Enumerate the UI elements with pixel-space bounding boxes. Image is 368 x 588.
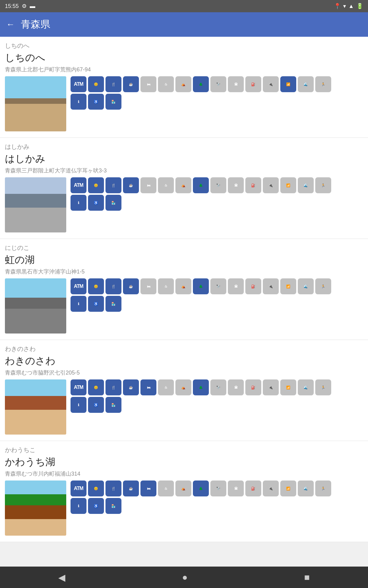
- icon-🏪: 🏪: [105, 296, 121, 312]
- icon-⛽: ⛽: [245, 481, 261, 496]
- icon-🔌: 🔌: [263, 481, 279, 496]
- list-item-wakinosawa[interactable]: わきのさわ わきのさわ 青森県むつ市脇野沢七引205-5 ATM😊🍴☕🛏♨⛺🌲🔭…: [0, 340, 368, 441]
- icon-🌲: 🌲: [193, 481, 209, 496]
- item-image: [5, 177, 66, 232]
- icon-🌲: 🌲: [193, 379, 209, 395]
- status-left: 15:55 ⚙ ▬: [5, 3, 35, 9]
- icon-🏛: 🏛: [228, 177, 244, 193]
- wifi-icon: ▾: [343, 3, 346, 9]
- icon-♿: ♿: [88, 94, 104, 110]
- icon-🔌: 🔌: [263, 278, 279, 294]
- back-button[interactable]: ←: [6, 20, 15, 29]
- icon-🏪: 🏪: [105, 195, 121, 211]
- item-content: ATM😊🍴☕🛏♨⛺🌲🔭🏛⛽🔌📶🌊🏃 ℹ♿🏪: [5, 379, 363, 435]
- icons-row-2: ℹ♿🏪: [71, 498, 363, 514]
- icon-🌊: 🌊: [298, 278, 314, 294]
- icon-🔌: 🔌: [263, 76, 279, 92]
- item-address: 青森県上北郡七戸町字荒熊内67-94: [5, 66, 363, 73]
- icon-📶: 📶: [280, 481, 296, 496]
- battery-icon: 🔋: [356, 3, 363, 9]
- icons-row-1: ATM😊🍴☕🛏♨⛺🌲🔭🏛⛽🔌📶🌊🏃: [71, 76, 363, 92]
- icon-♿: ♿: [88, 397, 104, 413]
- icon-🍴: 🍴: [105, 278, 121, 294]
- icons-row-2: ℹ♿🏪: [71, 397, 363, 413]
- icon-🌊: 🌊: [298, 379, 314, 395]
- icon-♿: ♿: [88, 296, 104, 312]
- item-icons: ATM😊🍴☕🛏♨⛺🌲🔭🏛⛽🔌📶🌊🏃 ℹ♿🏪: [71, 481, 363, 515]
- icon-📶: 📶: [280, 379, 296, 395]
- icon-🏛: 🏛: [228, 278, 244, 294]
- list-item-hashikami[interactable]: はしかみ はしかみ 青森県三戸郡階上町大字道仏字耳ヶ吠3-3 ATM😊🍴☕🛏♨⛺…: [0, 138, 368, 239]
- item-content: ATM😊🍴☕🛏♨⛺🌲🔭🏛⛽🔌📶🌊🏃 ℹ♿🏪: [5, 177, 363, 232]
- icon-📶: 📶: [280, 278, 296, 294]
- icon-ℹ: ℹ: [71, 498, 86, 514]
- item-icons: ATM😊🍴☕🛏♨⛺🌲🔭🏛⛽🔌📶🌊🏃 ℹ♿🏪: [71, 76, 363, 111]
- list-item-nijinoko[interactable]: にじのこ 虹の湖 青森県黒石市大字沖浦字山神1-5 ATM😊🍴☕🛏♨⛺🌲🔭🏛⛽🔌…: [0, 239, 368, 340]
- settings-icon: ⚙: [22, 3, 27, 9]
- item-address: 青森県黒石市大字沖浦字山神1-5: [5, 268, 363, 275]
- status-bar: 15:55 ⚙ ▬ 📍 ▾ ▲ 🔋: [0, 0, 368, 12]
- item-name: はしかみ: [5, 152, 363, 166]
- nav-recent-button[interactable]: ■: [304, 572, 310, 582]
- list-item-shichinohe[interactable]: しちのへ しちのへ 青森県上北郡七戸町字荒熊内67-94 ATM😊🍴☕🛏♨⛺🌲🔭…: [0, 37, 368, 138]
- icon-🏃: 🏃: [315, 481, 331, 496]
- icon-🔭: 🔭: [210, 481, 226, 496]
- icon-♿: ♿: [88, 498, 104, 514]
- nav-home-button[interactable]: ●: [182, 572, 187, 582]
- item-icons: ATM😊🍴☕🛏♨⛺🌲🔭🏛⛽🔌📶🌊🏃 ℹ♿🏪: [71, 379, 363, 414]
- icon-ℹ: ℹ: [71, 94, 86, 110]
- icon-☕: ☕: [123, 278, 139, 294]
- icon-🌊: 🌊: [298, 177, 314, 193]
- icon-🍴: 🍴: [105, 481, 121, 496]
- item-name: 虹の湖: [5, 253, 363, 267]
- icon-😊: 😊: [88, 278, 104, 294]
- icon-🍴: 🍴: [105, 76, 121, 92]
- item-image: [5, 278, 66, 334]
- icon-📶: 📶: [280, 177, 296, 193]
- item-name: かわうち湖: [5, 455, 363, 469]
- icon-⛺: ⛺: [175, 379, 191, 395]
- icons-row-1: ATM😊🍴☕🛏♨⛺🌲🔭🏛⛽🔌📶🌊🏃: [71, 278, 363, 294]
- icon-🛏: 🛏: [140, 481, 156, 496]
- icon-🔭: 🔭: [210, 76, 226, 92]
- icon-🌲: 🌲: [193, 177, 209, 193]
- location-icon: 📍: [334, 3, 341, 9]
- icon-🌊: 🌊: [298, 481, 314, 496]
- item-icons: ATM😊🍴☕🛏♨⛺🌲🔭🏛⛽🔌📶🌊🏃 ℹ♿🏪: [71, 278, 363, 313]
- icon-🔭: 🔭: [210, 379, 226, 395]
- page-title: 青森県: [21, 18, 50, 31]
- icon-⛽: ⛽: [245, 177, 261, 193]
- icon-♨: ♨: [158, 76, 174, 92]
- icon-😊: 😊: [88, 76, 104, 92]
- icon-ℹ: ℹ: [71, 397, 86, 413]
- icon-😊: 😊: [88, 379, 104, 395]
- icon-⛺: ⛺: [175, 177, 191, 193]
- icons-row-1: ATM😊🍴☕🛏♨⛺🌲🔭🏛⛽🔌📶🌊🏃: [71, 481, 363, 496]
- icon-ℹ: ℹ: [71, 296, 86, 312]
- icon-🛏: 🛏: [140, 177, 156, 193]
- icons-row-2: ℹ♿🏪: [71, 195, 363, 211]
- icon-🏛: 🏛: [228, 379, 244, 395]
- icons-row-2: ℹ♿🏪: [71, 296, 363, 312]
- icon-ℹ: ℹ: [71, 195, 86, 211]
- icon-🏃: 🏃: [315, 379, 331, 395]
- item-icons: ATM😊🍴☕🛏♨⛺🌲🔭🏛⛽🔌📶🌊🏃 ℹ♿🏪: [71, 177, 363, 212]
- list-item-kawauchiko[interactable]: かわうちこ かわうち湖 青森県むつ市川内町福浦山314 ATM😊🍴☕🛏♨⛺🌲🔭🏛…: [0, 441, 368, 542]
- icon-⛺: ⛺: [175, 481, 191, 496]
- time-display: 15:55: [5, 3, 19, 9]
- icon-🏪: 🏪: [105, 498, 121, 514]
- location-list: しちのへ しちのへ 青森県上北郡七戸町字荒熊内67-94 ATM😊🍴☕🛏♨⛺🌲🔭…: [0, 37, 368, 542]
- icon-⛺: ⛺: [175, 76, 191, 92]
- icon-🏃: 🏃: [315, 177, 331, 193]
- icon-🏃: 🏃: [315, 76, 331, 92]
- icons-row-1: ATM😊🍴☕🛏♨⛺🌲🔭🏛⛽🔌📶🌊🏃: [71, 379, 363, 395]
- signal-icon: ▲: [348, 3, 354, 9]
- icon-🏪: 🏪: [105, 397, 121, 413]
- icons-row-1: ATM😊🍴☕🛏♨⛺🌲🔭🏛⛽🔌📶🌊🏃: [71, 177, 363, 193]
- item-content: ATM😊🍴☕🛏♨⛺🌲🔭🏛⛽🔌📶🌊🏃 ℹ♿🏪: [5, 76, 363, 131]
- icon-🛏: 🛏: [140, 379, 156, 395]
- nav-back-button[interactable]: ◀: [58, 572, 65, 583]
- icon-🍴: 🍴: [105, 379, 121, 395]
- icon-🔭: 🔭: [210, 278, 226, 294]
- item-name: しちのへ: [5, 51, 363, 65]
